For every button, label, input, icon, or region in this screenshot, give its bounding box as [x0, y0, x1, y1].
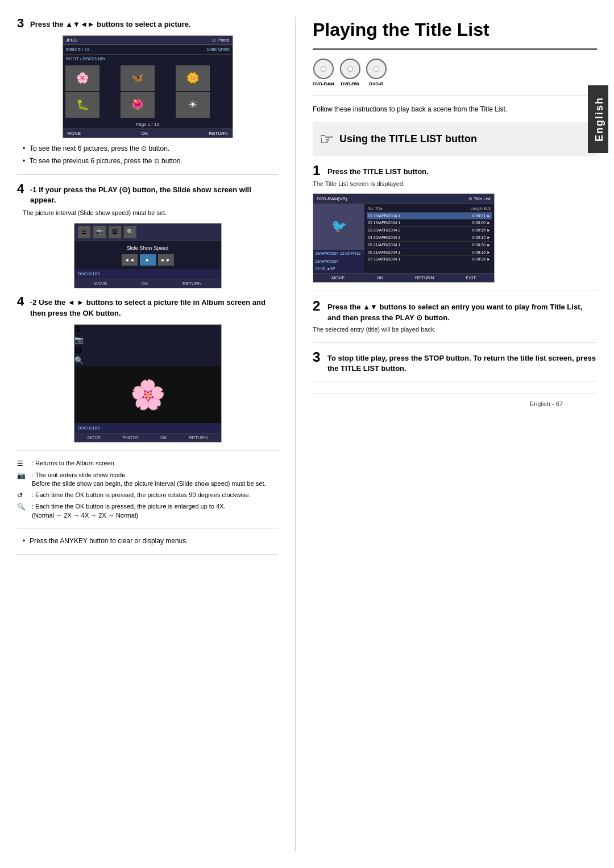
ss-tl-footer: MOVE OK RETURN EXIT	[313, 273, 494, 282]
icon-note-zoom-text: : Each time the OK button is pressed, th…	[32, 502, 226, 520]
icon-rotate-sym: ↺	[17, 491, 28, 501]
thumb-4: 🐛	[65, 92, 99, 118]
ss-tl-thumb: 🐦	[313, 204, 364, 250]
ss-footer: MOVE OK RETURN	[63, 129, 233, 138]
tl-row-2: 02 19/APR/2004 1 0:00:00 ►	[367, 220, 492, 227]
step4-1-note: The picture interval (Slide show speed) …	[23, 209, 278, 217]
ss-tl-header-left: DVD-RAM(VR)	[317, 196, 347, 202]
ss-page: Page 2 / 13	[63, 120, 233, 129]
ss-return: RETURN	[209, 130, 227, 137]
hand-icon: ☞	[320, 128, 334, 150]
tl-return: RETURN	[415, 275, 434, 281]
icon-frame: 🖼	[109, 226, 121, 238]
icon-cam: 📷	[93, 226, 106, 238]
speed-fast[interactable]: ►►	[158, 254, 174, 266]
tl-ok: OK	[376, 275, 383, 281]
tl-row-3: 03 20/APR/2004 2 0:00:15 ►	[367, 227, 492, 234]
ss-tl-side3: 12:00 ◄SP	[313, 265, 364, 273]
ss-slideshow: Slide Show	[206, 46, 229, 52]
right-column: English Playing the Title List DVD-RAM D…	[296, 17, 597, 851]
divider-3	[17, 528, 278, 528]
titlelist-screenshot: DVD-RAM(VR) ⊙ Title List 🐦 19/APR/2004 1…	[313, 193, 495, 283]
photo-index-screenshot: JPEG ⊙ Photo Index 6 / 73 Slide Show ROO…	[63, 35, 233, 138]
tl-move: MOVE	[331, 275, 345, 281]
disc-rw-label: DVD-RW	[341, 81, 359, 87]
disc-ram-circle	[313, 59, 334, 79]
icon-note-slideshow-text: : The unit enters slide show mode.Before…	[32, 471, 266, 489]
right-step1: 1 Press the TITLE LIST button. The Title…	[313, 164, 597, 283]
ss-move: MOVE	[68, 130, 81, 137]
disc-dvd-rw: DVD-RW	[340, 59, 360, 87]
step3-title: Press the ▲▼◄► buttons to select a pictu…	[30, 17, 191, 30]
speed-buttons: ◄◄ ► ►►	[78, 254, 218, 266]
row1-len: 0:00:21 ►	[472, 213, 491, 219]
col-length: Length Edit	[471, 206, 491, 212]
row3-len: 0:00:15 ►	[472, 228, 491, 233]
speed-slow[interactable]: ◄◄	[122, 254, 138, 266]
icon-cam2: 📷	[74, 335, 221, 345]
ss-photo-footer: MOVE PHOTO OK RETURN	[74, 433, 221, 442]
icon-grid-sym: ☰	[17, 459, 28, 469]
ss-thumbs: 🌸 🦋 🌼 🐛 🌺 ☀	[65, 65, 230, 118]
right-step3-header: 3 To stop title play, press the STOP but…	[313, 350, 597, 374]
ss-tl-side1: 19/APR/2004 12:00 FR12	[313, 250, 364, 258]
row1-num: 01 19/APR/2004 1	[368, 213, 400, 219]
right-step3: 3 To stop title play, press the STOP but…	[313, 350, 597, 374]
icon-note-zoom: 🔍 : Each time the OK button is pressed, …	[17, 502, 278, 520]
bullet-anykey: Press the ANYKEY button to clear or disp…	[23, 536, 278, 546]
ss-path: ROOT / DSC01189	[63, 55, 233, 63]
ss-header-left: JPEG	[66, 37, 78, 43]
icon-grid2: ☰	[74, 325, 221, 335]
icon-note-album: ☰ : Returns to the Album screen.	[17, 459, 278, 469]
ss-index: Index 6 / 73	[66, 46, 90, 52]
step4-2-title: -2 Use the ◄ ► buttons to select a pictu…	[30, 295, 278, 318]
move-label: MOVE	[94, 280, 107, 287]
right-step1-title: Press the TITLE LIST button.	[327, 164, 429, 177]
thumb-1: 🌸	[65, 65, 99, 91]
section-title: Using the TITLE LIST button	[339, 132, 477, 146]
divider-2	[17, 450, 278, 451]
final-bullets: Press the ANYKEY button to clear or disp…	[23, 536, 278, 546]
ss-header: JPEG ⊙ Photo	[63, 36, 233, 45]
right-step1-header: 1 Press the TITLE LIST button.	[313, 164, 597, 177]
ss-top-icons: ☰ 📷 🖼 🔍	[74, 224, 221, 241]
english-tab: English	[588, 85, 608, 153]
intro-text: Follow these instructions to play back a…	[313, 104, 597, 114]
row4-num: 04 20/APR/2004 2	[368, 235, 400, 241]
ss-photo-icons: ☰ 📷 🖼 🔍	[74, 325, 221, 366]
disc-dvd-r: DVD-R	[366, 59, 387, 87]
step3-header: 3 Press the ▲▼◄► buttons to select a pic…	[17, 17, 278, 30]
row6-len: 0:08:16 ►	[472, 250, 491, 255]
row2-len: 0:00:00 ►	[472, 220, 491, 226]
row5-len: 0:00:30 ►	[472, 242, 491, 248]
slideshow-speed-screenshot: ☰ 📷 🖼 🔍 Slide Show Speed ◄◄ ► ►► DSC0118…	[74, 223, 222, 288]
disc-dvd-ram: DVD-RAM	[313, 59, 334, 87]
speed-normal[interactable]: ►	[140, 254, 156, 266]
tl-row-5: 05 21/APR/2004 1 0:00:30 ►	[367, 242, 492, 249]
photo-content: 🌸	[74, 366, 221, 423]
ss-tl-col-headers: No. Title Length Edit	[367, 205, 492, 213]
icon-note-album-text: : Returns to the Album screen.	[32, 459, 116, 468]
icon-cam-sym: 📷	[17, 471, 28, 481]
right-step2-header: 2 Press the ▲▼ buttons to select an entr…	[313, 299, 597, 323]
divider-right-2	[313, 291, 597, 291]
step4-2-section: 4 -2 Use the ◄ ► buttons to select a pic…	[17, 295, 278, 443]
speed-section: Slide Show Speed ◄◄ ► ►►	[74, 241, 221, 269]
page-container: 3 Press the ▲▼◄► buttons to select a pic…	[0, 0, 614, 868]
row7-num: 07 22/APR/2004 1	[368, 257, 400, 262]
icon-zoom: 🔍	[124, 226, 136, 238]
ss-ok: OK	[142, 130, 148, 137]
speed-label: Slide Show Speed	[78, 245, 218, 252]
right-step3-title: To stop title play, press the STOP butto…	[327, 350, 597, 374]
thumb-3: 🌼	[176, 65, 210, 91]
ss-tl-header: DVD-RAM(VR) ⊙ Title List	[313, 194, 494, 204]
thumb-5: 🌺	[121, 92, 155, 118]
row3-num: 03 20/APR/2004 2	[368, 228, 400, 233]
ok-l2: OK	[160, 435, 167, 441]
row6-num: 06 21/APR/2004 1	[368, 250, 400, 255]
ss-thumbs-container: 🌸 🦋 🌼 🐛 🌺 ☀	[63, 63, 233, 120]
row2-num: 02 19/APR/2004 1	[368, 220, 400, 226]
col-no: No. Title	[368, 206, 383, 212]
bullet-prev: To see the previous 6 pictures, press th…	[23, 156, 278, 166]
icon-zoom2: 🔍	[74, 356, 221, 366]
